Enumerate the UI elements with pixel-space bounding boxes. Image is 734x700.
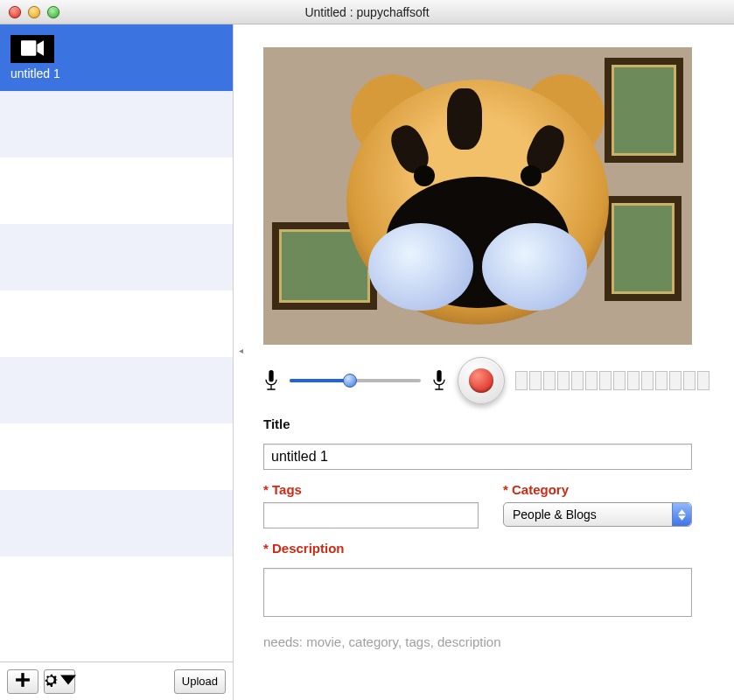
chevron-down-icon (60, 672, 76, 690)
titlebar: Untitled : pupychaffsoft (0, 0, 734, 24)
traffic-lights (9, 6, 59, 18)
category-selected-value: People & Blogs (513, 508, 597, 522)
splitter-handle[interactable]: ◂ (236, 346, 245, 355)
sidebar-toolbar: Upload (0, 662, 233, 700)
add-clip-button[interactable] (7, 669, 38, 694)
meter-segment (613, 371, 626, 390)
category-label: * Category (503, 482, 692, 497)
clip-thumbnail (10, 35, 54, 63)
app-window: Untitled : pupychaffsoft untitled 1 (0, 0, 734, 700)
meter-segment (683, 371, 696, 390)
meter-segment (585, 371, 598, 390)
svg-rect-4 (437, 370, 441, 382)
svg-rect-3 (269, 370, 273, 382)
list-row-empty (0, 290, 233, 357)
minimize-window-button[interactable] (28, 6, 40, 18)
list-row-empty (0, 224, 233, 290)
record-icon (469, 368, 493, 393)
svg-rect-2 (16, 678, 30, 681)
meter-segment (557, 371, 570, 390)
list-row-empty (0, 357, 233, 424)
record-button[interactable] (458, 357, 505, 404)
clip-list-item[interactable]: untitled 1 (0, 24, 233, 91)
zoom-window-button[interactable] (47, 6, 59, 18)
window-title: Untitled : pupychaffsoft (0, 5, 734, 19)
list-row-empty (0, 91, 233, 158)
description-input[interactable] (263, 568, 692, 617)
main-panel: Title * Tags * Category People & Blogs (234, 24, 734, 700)
validation-hint: needs: movie, category, tags, descriptio… (263, 634, 710, 649)
meter-segment (515, 371, 528, 390)
description-label: * Description (263, 541, 710, 556)
meter-segment (641, 371, 654, 390)
category-select[interactable]: People & Blogs (503, 502, 692, 527)
list-row-empty (0, 158, 233, 224)
upload-button-label: Upload (182, 675, 218, 688)
title-input[interactable] (263, 444, 692, 470)
meter-segment (669, 371, 682, 390)
sidebar: untitled 1 (0, 24, 234, 700)
video-camera-icon (21, 40, 44, 59)
select-stepper-icon (672, 503, 691, 526)
video-preview (263, 47, 692, 345)
meter-segment (599, 371, 612, 390)
mic-level-slider[interactable] (290, 374, 421, 387)
microphone-max-icon (431, 370, 447, 391)
upload-button[interactable]: Upload (174, 669, 226, 694)
close-window-button[interactable] (9, 6, 21, 18)
plus-icon (15, 672, 31, 690)
recording-level-meter (515, 371, 710, 390)
list-row-empty (0, 424, 233, 490)
meter-segment (543, 371, 556, 390)
clip-list: untitled 1 (0, 24, 233, 662)
tags-label: * Tags (263, 482, 479, 497)
record-controls (263, 357, 710, 404)
clip-label: untitled 1 (10, 66, 222, 80)
settings-button[interactable] (44, 669, 75, 694)
title-label: Title (263, 416, 710, 431)
svg-rect-0 (21, 40, 36, 55)
tags-input[interactable] (263, 502, 479, 528)
meter-segment (627, 371, 640, 390)
list-row-empty (0, 556, 233, 623)
microphone-min-icon (263, 370, 279, 391)
gear-icon (43, 672, 59, 690)
list-row-empty (0, 490, 233, 556)
meter-segment (655, 371, 668, 390)
meter-segment (697, 371, 710, 390)
meter-segment (529, 371, 542, 390)
meter-segment (571, 371, 584, 390)
content-area: untitled 1 (0, 24, 734, 700)
